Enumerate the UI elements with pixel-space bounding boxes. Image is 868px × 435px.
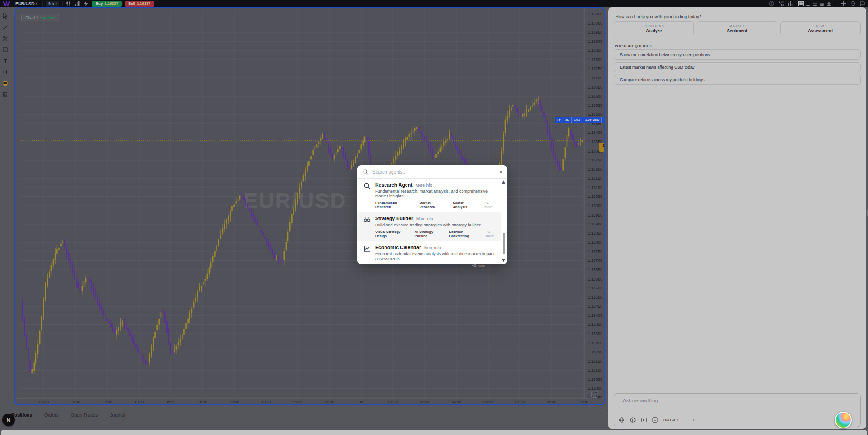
agent-list-item[interactable]: Research Agent More info Fundamental res…	[357, 179, 501, 212]
strategy-agent-icon	[364, 217, 370, 223]
modal-scrollbar	[502, 180, 506, 262]
close-icon[interactable]: ✕	[499, 169, 503, 175]
agent-tag: Fundamental Research	[375, 201, 413, 209]
agent-tags-extra: +1 more	[484, 201, 497, 209]
agent-more-info-link[interactable]: More info	[416, 183, 432, 188]
agent-more-info-link[interactable]: More info	[424, 246, 441, 250]
agent-tag: Market Sentiment	[437, 263, 466, 267]
app-root: EUR/USD ▾ 5m ▾ Buy 1.16357 Sell 1.16357 …	[0, 0, 868, 435]
agent-tag: News Impact	[410, 263, 432, 267]
agent-description: Build and execute trading strategies wit…	[375, 223, 497, 227]
agent-description: Economic calendar events analysis with r…	[375, 252, 497, 261]
agent-tag: Economic Events	[375, 263, 405, 267]
agent-tag: AI Strategy Parsing	[415, 230, 444, 238]
scroll-down-icon[interactable]	[502, 259, 505, 262]
agent-search-input[interactable]	[371, 169, 502, 175]
agent-tag: Market Research	[419, 201, 447, 209]
agent-more-info-link[interactable]: More info	[416, 217, 433, 221]
agent-list: Research Agent More info Fundamental res…	[357, 179, 501, 264]
research-agent-icon	[364, 183, 370, 189]
agent-tag: Sector Analysis	[453, 201, 479, 209]
search-icon	[363, 169, 368, 175]
agent-tags-extra: +1 more	[486, 230, 497, 238]
agent-list-item[interactable]: Strategy Builder More info Build and exe…	[357, 212, 501, 241]
agent-tags: Economic EventsNews ImpactMarket Sentime…	[375, 263, 497, 267]
agent-name: Economic Calendar	[375, 245, 421, 250]
agent-name: Strategy Builder	[375, 216, 413, 221]
agent-tag: Visual Strategy Design	[375, 230, 409, 238]
scrollbar-thumb[interactable]	[503, 233, 505, 254]
agent-tag: Browser Backtesting	[449, 230, 480, 238]
agent-description: Fundamental research, market analysis, a…	[375, 189, 497, 198]
agent-search-row	[357, 165, 507, 179]
island-avatar-button[interactable]	[835, 412, 852, 428]
scroll-up-icon[interactable]	[502, 180, 505, 184]
agent-tags-extra: +3 more	[472, 263, 485, 267]
agent-tags: Fundamental ResearchMarket ResearchSecto…	[375, 201, 497, 209]
agent-tags: Visual Strategy DesignAI Strategy Parsin…	[375, 230, 497, 238]
calendar-agent-icon	[364, 246, 370, 252]
agent-list-item[interactable]: Economic Calendar More info Economic cal…	[357, 241, 501, 271]
agent-name: Research Agent	[375, 182, 413, 188]
agent-search-modal: ✕ Research Agent More info Fundamental r…	[357, 165, 507, 264]
